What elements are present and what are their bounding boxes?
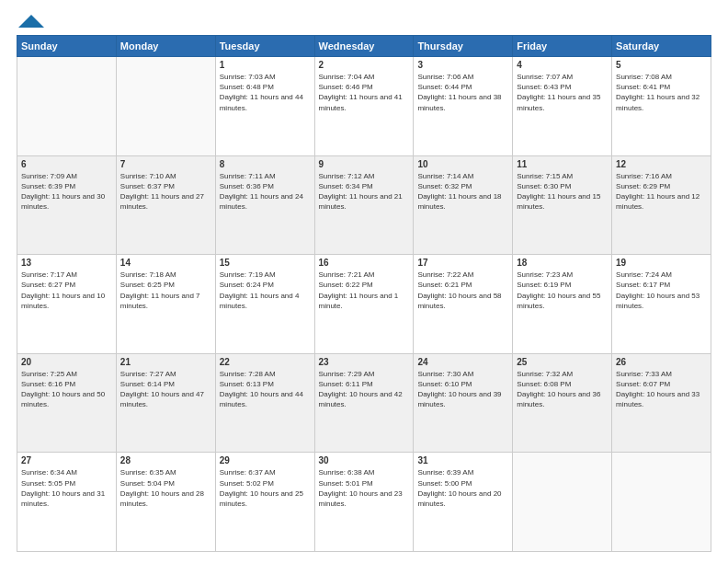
calendar-cell: 11Sunrise: 7:15 AM Sunset: 6:30 PM Dayli… [513, 155, 612, 255]
cell-content: Sunrise: 6:34 AM Sunset: 5:05 PM Dayligh… [21, 467, 112, 509]
cell-content: Sunrise: 7:25 AM Sunset: 6:16 PM Dayligh… [21, 369, 112, 410]
day-number: 6 [21, 159, 112, 169]
day-number: 18 [517, 258, 608, 268]
header-wednesday: Wednesday [314, 36, 414, 57]
calendar-cell: 26Sunrise: 7:33 AM Sunset: 6:07 PM Dayli… [612, 353, 711, 453]
calendar-cell: 20Sunrise: 7:25 AM Sunset: 6:16 PM Dayli… [17, 353, 117, 453]
logo-icon [18, 15, 44, 28]
cell-content: Sunrise: 6:39 AM Sunset: 5:00 PM Dayligh… [417, 467, 508, 509]
day-number: 27 [21, 455, 112, 465]
header-friday: Friday [513, 36, 612, 57]
cell-content: Sunrise: 7:10 AM Sunset: 6:37 PM Dayligh… [120, 171, 211, 213]
calendar-cell: 30Sunrise: 6:38 AM Sunset: 5:01 PM Dayli… [314, 453, 414, 552]
day-number: 8 [220, 159, 311, 169]
day-number: 31 [417, 455, 508, 465]
cell-content: Sunrise: 7:19 AM Sunset: 6:24 PM Dayligh… [220, 270, 311, 311]
cell-content: Sunrise: 7:27 AM Sunset: 6:14 PM Dayligh… [120, 369, 211, 410]
header-saturday: Saturday [612, 36, 711, 57]
calendar-cell: 5Sunrise: 7:08 AM Sunset: 6:41 PM Daylig… [612, 57, 711, 156]
cell-content: Sunrise: 7:32 AM Sunset: 6:08 PM Dayligh… [517, 369, 608, 410]
calendar-cell: 16Sunrise: 7:21 AM Sunset: 6:22 PM Dayli… [314, 255, 414, 354]
day-number: 20 [21, 357, 112, 367]
calendar-cell [116, 57, 215, 156]
day-number: 1 [220, 60, 311, 70]
day-number: 5 [616, 60, 707, 70]
day-number: 29 [220, 455, 311, 465]
day-number: 26 [616, 357, 707, 367]
cell-content: Sunrise: 7:07 AM Sunset: 6:43 PM Dayligh… [517, 72, 608, 113]
cell-content: Sunrise: 6:35 AM Sunset: 5:04 PM Dayligh… [120, 467, 211, 509]
calendar-cell [513, 453, 612, 552]
calendar-table: Sunday Monday Tuesday Wednesday Thursday… [17, 35, 711, 552]
day-number: 16 [319, 258, 410, 268]
day-number: 22 [220, 357, 311, 367]
cell-content: Sunrise: 7:24 AM Sunset: 6:17 PM Dayligh… [616, 270, 707, 311]
day-number: 4 [517, 60, 608, 70]
calendar-week-row: 20Sunrise: 7:25 AM Sunset: 6:16 PM Dayli… [17, 353, 711, 453]
day-number: 28 [120, 455, 211, 465]
calendar-cell: 9Sunrise: 7:12 AM Sunset: 6:34 PM Daylig… [314, 155, 414, 255]
day-number: 3 [417, 60, 508, 70]
calendar-cell: 4Sunrise: 7:07 AM Sunset: 6:43 PM Daylig… [513, 57, 612, 156]
calendar-cell: 29Sunrise: 6:37 AM Sunset: 5:02 PM Dayli… [215, 453, 314, 552]
cell-content: Sunrise: 7:29 AM Sunset: 6:11 PM Dayligh… [319, 369, 410, 410]
cell-content: Sunrise: 7:14 AM Sunset: 6:32 PM Dayligh… [417, 171, 508, 213]
calendar-cell: 25Sunrise: 7:32 AM Sunset: 6:08 PM Dayli… [513, 353, 612, 453]
cell-content: Sunrise: 7:33 AM Sunset: 6:07 PM Dayligh… [616, 369, 707, 410]
svg-marker-0 [18, 15, 44, 28]
cell-content: Sunrise: 7:12 AM Sunset: 6:34 PM Dayligh… [319, 171, 410, 213]
calendar-week-row: 1Sunrise: 7:03 AM Sunset: 6:48 PM Daylig… [17, 57, 711, 156]
calendar-cell [612, 453, 711, 552]
logo [17, 17, 44, 28]
cell-content: Sunrise: 7:09 AM Sunset: 6:39 PM Dayligh… [21, 171, 112, 213]
header-row: Sunday Monday Tuesday Wednesday Thursday… [17, 36, 711, 57]
cell-content: Sunrise: 7:18 AM Sunset: 6:25 PM Dayligh… [120, 270, 211, 311]
day-number: 25 [517, 357, 608, 367]
calendar-week-row: 27Sunrise: 6:34 AM Sunset: 5:05 PM Dayli… [17, 453, 711, 552]
calendar-cell: 23Sunrise: 7:29 AM Sunset: 6:11 PM Dayli… [314, 353, 414, 453]
cell-content: Sunrise: 7:16 AM Sunset: 6:29 PM Dayligh… [616, 171, 707, 213]
cell-content: Sunrise: 6:38 AM Sunset: 5:01 PM Dayligh… [319, 467, 410, 509]
cell-content: Sunrise: 7:15 AM Sunset: 6:30 PM Dayligh… [517, 171, 608, 213]
calendar-cell: 28Sunrise: 6:35 AM Sunset: 5:04 PM Dayli… [116, 453, 215, 552]
day-number: 15 [220, 258, 311, 268]
cell-content: Sunrise: 6:37 AM Sunset: 5:02 PM Dayligh… [220, 467, 311, 509]
day-number: 10 [417, 159, 508, 169]
header-sunday: Sunday [17, 36, 117, 57]
cell-content: Sunrise: 7:03 AM Sunset: 6:48 PM Dayligh… [220, 72, 311, 113]
calendar-cell: 14Sunrise: 7:18 AM Sunset: 6:25 PM Dayli… [116, 255, 215, 354]
cell-content: Sunrise: 7:22 AM Sunset: 6:21 PM Dayligh… [417, 270, 508, 311]
day-number: 17 [417, 258, 508, 268]
calendar-cell: 2Sunrise: 7:04 AM Sunset: 6:46 PM Daylig… [314, 57, 414, 156]
cell-content: Sunrise: 7:04 AM Sunset: 6:46 PM Dayligh… [319, 72, 410, 113]
cell-content: Sunrise: 7:23 AM Sunset: 6:19 PM Dayligh… [517, 270, 608, 311]
day-number: 24 [417, 357, 508, 367]
day-number: 12 [616, 159, 707, 169]
calendar-cell: 10Sunrise: 7:14 AM Sunset: 6:32 PM Dayli… [414, 155, 513, 255]
day-number: 13 [21, 258, 112, 268]
calendar-week-row: 6Sunrise: 7:09 AM Sunset: 6:39 PM Daylig… [17, 155, 711, 255]
day-number: 21 [120, 357, 211, 367]
calendar-cell: 3Sunrise: 7:06 AM Sunset: 6:44 PM Daylig… [414, 57, 513, 156]
header [17, 17, 711, 28]
calendar-cell: 18Sunrise: 7:23 AM Sunset: 6:19 PM Dayli… [513, 255, 612, 354]
header-thursday: Thursday [414, 36, 513, 57]
calendar-week-row: 13Sunrise: 7:17 AM Sunset: 6:27 PM Dayli… [17, 255, 711, 354]
calendar-cell: 1Sunrise: 7:03 AM Sunset: 6:48 PM Daylig… [215, 57, 314, 156]
day-number: 14 [120, 258, 211, 268]
cell-content: Sunrise: 7:17 AM Sunset: 6:27 PM Dayligh… [21, 270, 112, 311]
day-number: 9 [319, 159, 410, 169]
calendar-cell: 7Sunrise: 7:10 AM Sunset: 6:37 PM Daylig… [116, 155, 215, 255]
calendar-cell: 22Sunrise: 7:28 AM Sunset: 6:13 PM Dayli… [215, 353, 314, 453]
page: Sunday Monday Tuesday Wednesday Thursday… [0, 0, 728, 563]
calendar-cell: 6Sunrise: 7:09 AM Sunset: 6:39 PM Daylig… [17, 155, 117, 255]
calendar-cell: 17Sunrise: 7:22 AM Sunset: 6:21 PM Dayli… [414, 255, 513, 354]
cell-content: Sunrise: 7:08 AM Sunset: 6:41 PM Dayligh… [616, 72, 707, 113]
calendar-cell: 15Sunrise: 7:19 AM Sunset: 6:24 PM Dayli… [215, 255, 314, 354]
day-number: 19 [616, 258, 707, 268]
day-number: 11 [517, 159, 608, 169]
cell-content: Sunrise: 7:21 AM Sunset: 6:22 PM Dayligh… [319, 270, 410, 311]
calendar-cell: 19Sunrise: 7:24 AM Sunset: 6:17 PM Dayli… [612, 255, 711, 354]
calendar-cell [17, 57, 117, 156]
cell-content: Sunrise: 7:11 AM Sunset: 6:36 PM Dayligh… [220, 171, 311, 213]
